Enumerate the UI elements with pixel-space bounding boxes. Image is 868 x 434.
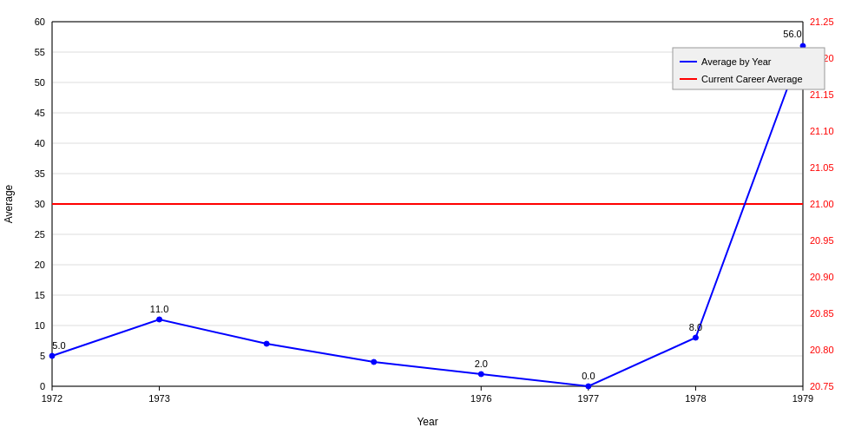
x-axis-label: 1979: [792, 393, 813, 404]
left-axis-tick: 60: [35, 16, 45, 27]
left-axis-tick: 35: [35, 168, 45, 179]
data-point: [478, 372, 483, 377]
left-axis-tick: 55: [35, 47, 45, 57]
data-label: 11.0: [150, 304, 168, 314]
right-axis-tick: 21.05: [810, 162, 834, 173]
right-axis-tick: 20.75: [810, 381, 834, 391]
left-axis-tick: 0: [40, 381, 45, 391]
left-axis-tick: 25: [35, 229, 45, 240]
right-axis-tick: 21.15: [810, 89, 834, 100]
right-axis-tick: 21.10: [810, 126, 834, 136]
data-point: [693, 335, 698, 340]
left-axis-tick: 20: [35, 260, 45, 270]
data-point: [49, 353, 55, 358]
chart-container: 05101520253035404550556020.7520.8020.852…: [0, 0, 868, 434]
legend-label-career: Current Career Average: [701, 74, 803, 84]
data-point: [157, 317, 162, 322]
left-axis-tick: 40: [35, 138, 45, 148]
x-axis-title: Year: [417, 416, 437, 428]
data-label: 56.0: [783, 29, 801, 39]
left-axis-tick: 10: [35, 320, 45, 331]
legend-label-year: Average by Year: [701, 56, 772, 67]
left-axis-title: Average: [3, 184, 15, 223]
main-chart: 05101520253035404550556020.7520.8020.852…: [0, 0, 868, 434]
left-axis-tick: 5: [40, 351, 45, 361]
data-point: [264, 341, 269, 346]
data-label: 0.0: [582, 371, 595, 381]
left-axis-tick: 50: [35, 77, 45, 88]
data-label: 2.0: [475, 358, 488, 369]
right-axis-tick: 20.90: [810, 272, 834, 282]
data-point: [372, 359, 377, 365]
x-axis-label: 1972: [42, 393, 62, 404]
data-label: 5.0: [52, 340, 65, 351]
data-label: 8.0: [689, 322, 702, 332]
x-axis-label: 1978: [685, 393, 706, 404]
left-axis-tick: 45: [35, 108, 45, 118]
right-axis-tick: 20.80: [810, 345, 834, 355]
left-axis-tick: 15: [35, 290, 45, 300]
data-point: [586, 384, 591, 389]
x-axis-label: 1976: [470, 393, 491, 404]
x-axis-label: 1977: [578, 393, 599, 404]
right-axis-tick: 21.00: [810, 199, 834, 209]
right-axis-tick: 20.95: [810, 235, 834, 246]
x-axis-label: 1973: [148, 393, 169, 404]
left-axis-tick: 30: [35, 199, 45, 209]
right-axis-tick: 21.25: [810, 16, 834, 27]
right-axis-tick: 20.85: [810, 308, 834, 319]
